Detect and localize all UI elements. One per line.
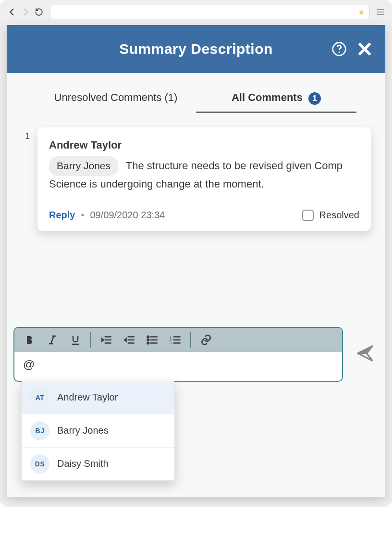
url-bar[interactable]: ★ bbox=[50, 5, 370, 19]
bullet-list-icon[interactable] bbox=[144, 332, 160, 348]
svg-text:3: 3 bbox=[170, 340, 172, 345]
tabs: Unresolved Comments (1) All Comments 1 bbox=[7, 73, 385, 113]
forward-button[interactable] bbox=[20, 7, 31, 17]
reply-link[interactable]: Reply bbox=[49, 210, 75, 221]
close-icon[interactable] bbox=[356, 41, 373, 57]
comment-index: 1 bbox=[21, 127, 30, 231]
mention-option[interactable]: BJ Barry Jones bbox=[22, 414, 174, 447]
underline-icon[interactable] bbox=[67, 332, 84, 348]
mention-dropdown: AT Andrew Taylor BJ Barry Jones DS Daisy… bbox=[21, 381, 175, 481]
editor-toolbar: 123 bbox=[14, 328, 342, 352]
separator-dot: • bbox=[81, 210, 84, 221]
dialog-header: Summary Description bbox=[7, 25, 385, 73]
compose-value: @ bbox=[23, 358, 35, 371]
comment-footer: Reply • 09/09/2020 23:34 Resolved bbox=[49, 210, 359, 221]
mention-option[interactable]: DS Daisy Smith bbox=[22, 447, 174, 480]
indent-increase-icon[interactable] bbox=[98, 332, 114, 348]
resolved-checkbox[interactable] bbox=[302, 210, 314, 221]
comment-timestamp: 09/09/2020 23:34 bbox=[90, 210, 165, 221]
header-actions bbox=[331, 41, 373, 57]
svg-point-1 bbox=[339, 51, 340, 53]
help-icon[interactable] bbox=[331, 41, 347, 57]
svg-point-14 bbox=[147, 336, 149, 337]
link-icon[interactable] bbox=[198, 332, 214, 348]
browser-menu-icon[interactable] bbox=[376, 9, 385, 15]
send-button[interactable] bbox=[355, 344, 375, 365]
tab-count: (1) bbox=[164, 91, 177, 103]
svg-line-6 bbox=[51, 336, 54, 344]
tab-unresolved[interactable]: Unresolved Comments (1) bbox=[36, 91, 196, 113]
comment-row: 1 Andrew Taylor Barry Jones The structur… bbox=[21, 127, 371, 231]
tab-label: All Comments bbox=[232, 91, 303, 103]
svg-point-16 bbox=[147, 342, 149, 343]
comment-author: Andrew Taylor bbox=[49, 139, 359, 151]
browser-window: ★ Summary Description Unresolved Comment… bbox=[0, 0, 392, 507]
toolbar-separator bbox=[190, 332, 191, 348]
comment-body: Barry Jones The structure needs to be re… bbox=[49, 156, 359, 192]
comments-list: 1 Andrew Taylor Barry Jones The structur… bbox=[7, 113, 385, 231]
compose-area: 123 @ AT Andrew Taylor BJ Barry Jones bbox=[13, 327, 379, 382]
indent-decrease-icon[interactable] bbox=[121, 332, 137, 348]
dialog-title: Summary Description bbox=[119, 41, 273, 57]
italic-icon[interactable] bbox=[44, 332, 61, 348]
avatar-initials: BJ bbox=[30, 421, 49, 440]
browser-chrome: ★ bbox=[0, 0, 392, 25]
mention-option[interactable]: AT Andrew Taylor bbox=[22, 381, 174, 414]
back-button[interactable] bbox=[7, 7, 17, 17]
dialog: Summary Description Unresolved Comments … bbox=[7, 25, 385, 497]
mention-name: Daisy Smith bbox=[57, 458, 109, 469]
tab-all-comments[interactable]: All Comments 1 bbox=[196, 91, 356, 113]
compose-input[interactable]: @ bbox=[14, 352, 342, 381]
avatar-initials: DS bbox=[30, 454, 49, 474]
tab-count-badge: 1 bbox=[308, 92, 321, 105]
mention-pill[interactable]: Barry Jones bbox=[49, 156, 118, 176]
numbered-list-icon[interactable]: 123 bbox=[167, 332, 184, 348]
tab-label: Unresolved Comments bbox=[54, 91, 162, 103]
bookmark-star-icon[interactable]: ★ bbox=[358, 8, 365, 17]
mention-name: Barry Jones bbox=[57, 425, 109, 436]
comment-card: Andrew Taylor Barry Jones The structure … bbox=[37, 127, 371, 231]
bold-icon[interactable] bbox=[21, 332, 37, 348]
nav-arrows bbox=[7, 7, 44, 17]
resolved-label: Resolved bbox=[319, 210, 359, 221]
editor: 123 @ AT Andrew Taylor BJ Barry Jones bbox=[13, 327, 343, 382]
resolved-toggle[interactable]: Resolved bbox=[302, 210, 359, 221]
toolbar-separator bbox=[90, 332, 91, 348]
mention-name: Andrew Taylor bbox=[57, 392, 118, 403]
svg-point-15 bbox=[147, 339, 149, 340]
avatar-initials: AT bbox=[30, 388, 49, 407]
reload-button[interactable] bbox=[34, 7, 44, 17]
